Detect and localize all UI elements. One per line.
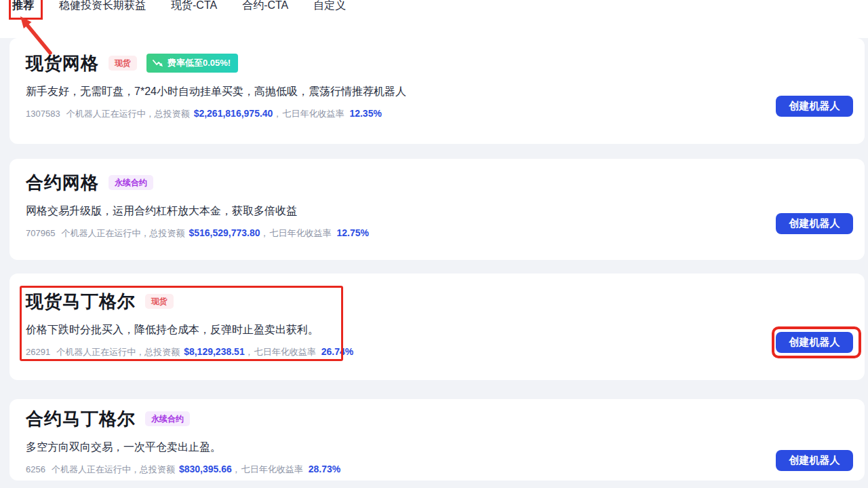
card-title: 合约马丁格尔 bbox=[26, 407, 136, 431]
card-title-row: 合约网格 永续合约 bbox=[26, 171, 865, 194]
card-title: 现货马丁格尔 bbox=[26, 290, 136, 314]
apr-value: 12.35% bbox=[349, 108, 381, 119]
tab-custom[interactable]: 自定义 bbox=[313, 0, 346, 13]
spot-badge: 现货 bbox=[108, 56, 137, 71]
total-investment: $516,529,773.80 bbox=[189, 227, 260, 238]
create-bot-button-futures-grid[interactable]: 创建机器人 bbox=[776, 213, 853, 234]
card-stats: 1307583个机器人正在运行中，总投资额$2,261,816,975.40，七… bbox=[26, 107, 865, 120]
card-stats: 707965个机器人正在运行中，总投资额$516,529,773.80，七日年化… bbox=[26, 227, 865, 240]
running-count: 1307583 bbox=[26, 109, 60, 119]
apr-label: 七日年化收益率 bbox=[270, 228, 332, 238]
card-stats: 6256个机器人正在运行中，总投资额$830,395.66，七日年化收益率28.… bbox=[26, 463, 865, 476]
card-spot-grid[interactable]: 现货网格 现货 费率低至0.05%! 新手友好，无需盯盘，7*24小时自动挂单买… bbox=[9, 38, 865, 144]
apr-value: 28.73% bbox=[309, 464, 340, 474]
total-investment: $2,261,816,975.40 bbox=[194, 108, 273, 119]
create-bot-button-spot-martingale[interactable]: 创建机器人 bbox=[776, 332, 853, 353]
card-title-row: 合约马丁格尔 永续合约 bbox=[26, 407, 865, 430]
create-bot-button-futures-martingale[interactable]: 创建机器人 bbox=[776, 450, 853, 471]
spot-badge: 现货 bbox=[145, 294, 174, 309]
apr-label: 七日年化收益率 bbox=[254, 347, 316, 357]
card-description: 多空方向双向交易，一次平仓卖出止盈。 bbox=[26, 440, 865, 455]
apr-value: 12.75% bbox=[337, 227, 369, 238]
separator: ， bbox=[245, 347, 254, 357]
create-bot-button-spot-grid[interactable]: 创建机器人 bbox=[776, 96, 853, 117]
card-description: 新手友好，无需盯盘，7*24小时自动挂单买卖，高抛低吸，震荡行情推荐机器人 bbox=[26, 84, 865, 99]
card-title-row: 现货网格 现货 费率低至0.05%! bbox=[26, 52, 865, 75]
fee-promo-label: 费率低至0.05%! bbox=[167, 57, 231, 69]
running-count: 707965 bbox=[26, 228, 55, 238]
strategy-tabbar: 推荐 稳健投资长期获益 现货-CTA 合约-CTA 自定义 bbox=[0, 0, 868, 13]
card-title: 现货网格 bbox=[26, 52, 99, 75]
running-count: 6256 bbox=[26, 464, 45, 474]
apr-label: 七日年化收益率 bbox=[241, 464, 303, 474]
separator: ， bbox=[232, 464, 241, 474]
apr-value: 26.74% bbox=[321, 346, 353, 357]
running-label: 个机器人正在运行中，总投资额 bbox=[52, 464, 175, 474]
running-count: 26291 bbox=[26, 347, 50, 357]
card-description: 价格下跌时分批买入，降低持仓成本，反弹时止盈卖出获利。 bbox=[26, 322, 865, 337]
perpetual-badge: 永续合约 bbox=[145, 411, 190, 426]
running-label: 个机器人正在运行中，总投资额 bbox=[56, 347, 180, 357]
tab-futures-cta[interactable]: 合约-CTA bbox=[242, 0, 288, 13]
card-title: 合约网格 bbox=[26, 171, 99, 195]
tab-header: 推荐 稳健投资长期获益 现货-CTA 合约-CTA 自定义 bbox=[0, 0, 868, 36]
trending-down-icon bbox=[153, 58, 163, 68]
card-title-row: 现货马丁格尔 现货 bbox=[26, 290, 865, 313]
card-spot-martingale[interactable]: 现货马丁格尔 现货 价格下跌时分批买入，降低持仓成本，反弹时止盈卖出获利。 26… bbox=[9, 274, 865, 380]
card-description: 网格交易升级版，运用合约杠杆放大本金，获取多倍收益 bbox=[26, 204, 865, 219]
total-investment: $830,395.66 bbox=[179, 464, 232, 474]
tab-recommended[interactable]: 推荐 bbox=[12, 0, 34, 13]
separator: ， bbox=[260, 228, 269, 238]
card-futures-grid[interactable]: 合约网格 永续合约 网格交易升级版，运用合约杠杆放大本金，获取多倍收益 7079… bbox=[9, 159, 865, 260]
apr-label: 七日年化收益率 bbox=[282, 109, 344, 119]
card-stats: 26291个机器人正在运行中，总投资额$8,129,238.51，七日年化收益率… bbox=[26, 345, 865, 358]
fee-promo-badge: 费率低至0.05%! bbox=[146, 54, 238, 73]
tab-steady-invest[interactable]: 稳健投资长期获益 bbox=[59, 0, 146, 13]
separator: ， bbox=[273, 109, 281, 119]
tab-spot-cta[interactable]: 现货-CTA bbox=[171, 0, 217, 13]
card-futures-martingale[interactable]: 合约马丁格尔 永续合约 多空方向双向交易，一次平仓卖出止盈。 6256个机器人正… bbox=[9, 399, 865, 481]
running-label: 个机器人正在运行中，总投资额 bbox=[61, 228, 184, 238]
total-investment: $8,129,238.51 bbox=[184, 346, 245, 357]
running-label: 个机器人正在运行中，总投资额 bbox=[66, 109, 190, 119]
bot-list: 现货网格 现货 费率低至0.05%! 新手友好，无需盯盘，7*24小时自动挂单买… bbox=[0, 38, 868, 488]
perpetual-badge: 永续合约 bbox=[108, 175, 153, 190]
